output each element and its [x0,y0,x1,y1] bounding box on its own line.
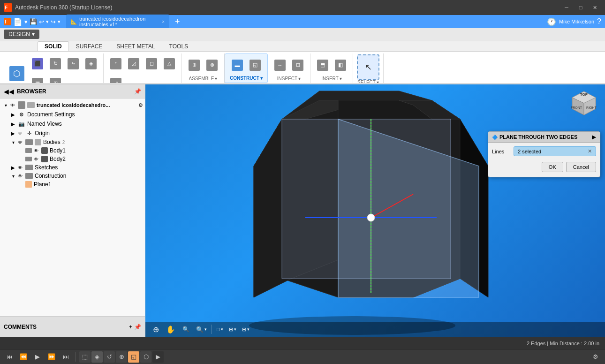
dialog-expand-button[interactable]: ▶ [592,134,596,140]
viewport[interactable]: TOP FRONT RIGHT 🔷 PLANE THROUGH TWO EDGE… [145,84,605,337]
create-sweep[interactable]: ⤷ [65,54,82,73]
new-tab-button[interactable]: + [173,17,182,27]
open-files-icon[interactable]: ▾ [24,18,28,25]
undo-icon[interactable]: ↩ [39,18,44,25]
expand-doc[interactable]: ▶ [9,112,17,117]
expand-named-views[interactable]: ▶ [9,121,17,127]
timeline-sketch-icon[interactable]: ⬚ [79,351,91,363]
browser-item-named-views[interactable]: ▶ 📷 Named Views [0,119,145,129]
maximize-button[interactable]: □ [574,2,587,13]
cancel-button[interactable]: Cancel [566,162,596,172]
zoom-dropdown-button[interactable]: 🔍▾ [194,325,209,334]
expand-origin[interactable]: ▶ [9,131,17,136]
expand-construction[interactable]: ▾ [9,174,17,179]
tab-sheet-metal[interactable]: SHEET METAL [109,41,162,51]
undo-arrow[interactable]: ▾ [46,19,49,25]
history-button[interactable]: 🕐 [547,17,556,26]
minimize-button[interactable]: ─ [560,2,573,13]
display-settings-button[interactable]: □▾ [215,326,225,333]
browser-item-sketches[interactable]: ▶ 👁 Sketches [0,163,145,172]
insert-decal[interactable]: ◧ [332,56,349,75]
comments-add-button[interactable]: + [129,324,132,330]
expand-bodies[interactable]: ▾ [9,140,17,145]
expand-sketches[interactable]: ▶ [9,165,17,170]
browser-item-doc-settings[interactable]: ▶ ⚙ Document Settings [0,110,145,119]
eye-bodies[interactable]: 👁 [17,139,23,145]
browser-item-body1[interactable]: 👁 Body1 [0,146,145,155]
help-icon[interactable]: ? [597,17,601,26]
insert-label: INSERT▾ [321,76,342,82]
create-rib[interactable]: ▦ [29,74,46,84]
comments-pin-button[interactable]: 📌 [134,324,141,330]
timeline-revolve-icon[interactable]: ↺ [104,351,115,363]
redo-icon[interactable]: ↪ [51,18,56,25]
construct-offset-plane[interactable]: ▬ [229,56,246,75]
construct-plane-at-angle[interactable]: ◱ [247,56,264,75]
tab-tools[interactable]: TOOLS [162,41,195,51]
selection-box[interactable]: 2 selected ✕ [514,146,596,156]
eye-construction[interactable]: 👁 [17,173,23,179]
ok-button[interactable]: OK [542,162,563,172]
create-loft[interactable]: ◈ [83,54,99,73]
modify-shell[interactable]: ◻ [143,54,160,73]
timeline-settings-button[interactable]: ⚙ [590,351,601,363]
eye-body1[interactable]: 👁 [33,147,39,154]
timeline-plane-icon[interactable]: ◱ [128,351,139,363]
timeline-play-button[interactable]: ▶ [32,351,43,363]
cube-navigation[interactable]: TOP FRONT RIGHT [567,89,600,122]
viewcube-settings-button[interactable]: ⊟▾ [240,326,251,334]
eye-origin[interactable]: 👁 [17,130,23,136]
inspect-measure[interactable]: ↔ [272,56,288,75]
timeline-hex-icon[interactable]: ⬡ [140,351,151,363]
pan-button[interactable]: ✋ [164,323,177,336]
expand-root[interactable]: ▾ [2,103,9,108]
insert-mesh[interactable]: ⬒ [314,56,331,75]
tab-solid[interactable]: SOLID [38,41,69,51]
timeline-first-button[interactable]: ⏮ [4,351,15,363]
select-tool[interactable]: ↖ [357,54,379,80]
browser-item-plane1[interactable]: Plane1 [0,180,145,189]
timeline-next-button[interactable]: ⏩ [46,351,57,363]
assemble-joint[interactable]: ⊕ [186,56,203,75]
user-name[interactable]: Mike Mikkelson [559,19,594,24]
new-file-icon[interactable]: 📄 [13,17,23,26]
eye-root[interactable]: 👁 [9,102,16,108]
create-web[interactable]: ⊞ [47,74,64,84]
assemble-as-built[interactable]: ⊗ [204,56,220,75]
orbit-button[interactable]: ⊕ [149,323,162,336]
timeline-end-icon[interactable]: ▶ [152,351,164,363]
browser-item-construction[interactable]: ▾ 👁 Construction [0,172,145,180]
file-tab[interactable]: 📐 truncated icosidodecahedron instructab… [66,15,169,29]
create-new-component[interactable]: ⬡ [6,61,28,84]
eye-body2[interactable]: 👁 [33,156,39,162]
selection-clear-button[interactable]: ✕ [588,148,592,154]
browser-pin-button[interactable]: 📌 [134,88,141,95]
design-mode-button[interactable]: DESIGN ▾ [4,30,39,39]
comments-label: COMMENTS [4,324,129,330]
modify-chamfer[interactable]: ◿ [125,54,142,73]
save-icon[interactable]: 💾 [30,18,37,25]
tab-surface[interactable]: SURFACE [69,41,110,51]
close-button[interactable]: ✕ [588,2,601,13]
modify-draft[interactable]: △ [161,54,178,73]
redo-arrow[interactable]: ▾ [58,19,60,25]
create-extrude[interactable]: ⬛ [29,54,46,73]
inspect-interference[interactable]: ⊞ [289,56,306,75]
eye-sketches[interactable]: 👁 [17,164,23,171]
browser-item-bodies[interactable]: ▾ 👁 Bodies 2 [0,138,145,146]
browser-collapse-button[interactable]: ◀◀ [4,88,14,95]
file-tab-close[interactable]: × [162,19,165,24]
timeline-body-icon[interactable]: ◈ [91,351,103,363]
modify-scale[interactable]: ⤢ [107,74,124,84]
grid-settings-button[interactable]: ⊞▾ [227,326,238,334]
browser-item-body2[interactable]: 👁 Body2 [0,155,145,163]
timeline-move-icon[interactable]: ⊕ [116,351,127,363]
zoom-button[interactable]: 🔍 [179,323,192,336]
browser-item-root[interactable]: ▾ 👁 truncated icosidodecahedro... ⚙ [0,100,145,110]
browser-item-origin[interactable]: ▶ 👁 ✛ Origin [0,129,145,138]
timeline-last-button[interactable]: ⏭ [60,351,71,363]
root-settings-icon[interactable]: ⚙ [138,102,143,108]
timeline-prev-button[interactable]: ⏪ [18,351,29,363]
modify-fillet[interactable]: ◜ [107,54,124,73]
create-revolve[interactable]: ↻ [47,54,64,73]
